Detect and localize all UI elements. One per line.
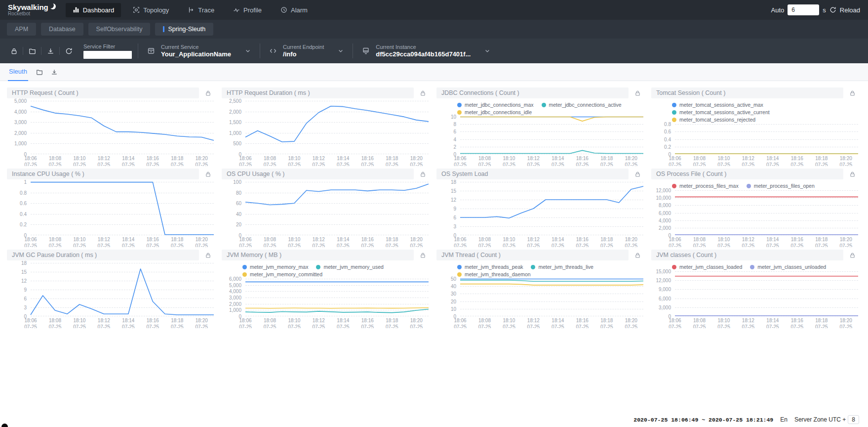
legend-item[interactable]: meter_jvm_memory_max [242, 264, 308, 270]
x-tick-label: 18:1607-25 [361, 237, 374, 247]
chart-title: Instance CPU Usage ( % ) [7, 169, 199, 179]
x-tick-label: 18:1607-25 [791, 237, 804, 247]
legend-dot [672, 110, 676, 115]
legend-item[interactable]: meter_jvm_memory_used [316, 264, 383, 270]
legend-label: meter_jvm_threads_daemon [465, 271, 531, 277]
x-tick-label: 18:0607-25 [454, 318, 467, 328]
selector-value: Your_ApplicationName [161, 50, 231, 58]
lock-icon[interactable] [199, 252, 217, 258]
legend-item[interactable]: meter_jvm_memory_committed [242, 271, 322, 277]
chart-title: HTTP Request ( Count ) [7, 87, 199, 98]
legend-item[interactable]: meter_process_files_max [672, 183, 739, 189]
y-tick-label: 0.2 [664, 144, 671, 149]
y-tick-label: 6,000 [659, 210, 671, 215]
lock-icon[interactable] [414, 252, 432, 258]
chevron-down-icon [245, 48, 251, 54]
x-tick-label: 18:2007-25 [625, 318, 637, 328]
lock-icon[interactable] [199, 90, 217, 96]
legend-item[interactable]: meter_tomcat_sessions_rejected [672, 117, 755, 123]
y-tick-label: 3,000 [659, 304, 671, 310]
corner-widget[interactable] [1, 424, 8, 427]
nav-item-trace[interactable]: Trace [181, 3, 221, 17]
language-switch[interactable]: En [780, 416, 788, 423]
plot-row: 12,00010,0008,0006,0004,0002,000018:0607… [652, 190, 858, 247]
y-tick-label: 3 [453, 224, 456, 229]
auto-unit: s [823, 6, 826, 14]
service-filter-input[interactable] [83, 51, 132, 59]
reload-icon[interactable] [829, 6, 836, 13]
legend-label: meter_jdbc_connections_max [465, 102, 534, 108]
legend-label: meter_process_files_open [754, 183, 815, 189]
folder-icon[interactable] [36, 69, 43, 76]
legend-item[interactable]: meter_jvm_threads_peak [457, 264, 523, 270]
tab-apm[interactable]: APM [7, 23, 36, 36]
x-tick-label: 18:1407-25 [122, 318, 135, 328]
plot-row: 108642018:0607-2518:0807-2518:1007-2518:… [437, 117, 643, 166]
legend-dot [750, 265, 754, 269]
tab-sleuth[interactable]: Sleuth [8, 63, 28, 81]
legend-item[interactable]: meter_jvm_threads_daemon [457, 271, 531, 277]
download-icon[interactable] [41, 47, 59, 55]
x-tick-label: 18:0807-25 [693, 156, 706, 166]
x-tick-label: 18:2007-25 [195, 318, 208, 328]
current-service-selector[interactable]: Current Service Your_ApplicationName [144, 44, 254, 58]
plot-column: 18:0607-2518:0807-2518:1007-2518:1207-25… [31, 182, 214, 247]
tab-spring-sleuth[interactable]: Spring-Sleuth [155, 23, 213, 36]
lock-icon[interactable] [199, 171, 217, 177]
x-tick-label: 18:1407-25 [122, 156, 135, 166]
legend-item[interactable]: meter_tomcat_sessions_active_max [672, 102, 763, 108]
lock-icon[interactable] [414, 90, 432, 96]
chart-card-header: OS System Load [436, 168, 646, 180]
folder-icon[interactable] [23, 47, 41, 55]
plot-row: 5040302010018:0607-2518:0807-2518:1007-2… [437, 279, 643, 328]
toolbar: Service Filter Current Service Your_Appl… [0, 39, 868, 63]
legend-item[interactable]: meter_jvm_threads_live [531, 264, 593, 270]
alarm-icon [280, 6, 287, 13]
x-tick-label: 18:1807-25 [171, 156, 184, 166]
legend-item[interactable]: meter_jdbc_connections_max [457, 102, 534, 108]
nav-item-dashboard[interactable]: Dashboard [66, 3, 121, 17]
x-tick-label: 18:1407-25 [337, 237, 350, 247]
legend-item[interactable]: meter_jdbc_connections_idle [457, 109, 532, 115]
nav-item-topology[interactable]: Topology [126, 3, 176, 17]
y-tick-label: 100 [233, 179, 241, 185]
refresh-icon[interactable] [60, 47, 78, 55]
series-line [31, 269, 214, 315]
plot-column: 18:0607-2518:0807-2518:1007-2518:1207-25… [675, 124, 858, 166]
lock-icon[interactable] [843, 171, 861, 177]
legend-item[interactable]: meter_tomcat_sessions_active_current [672, 109, 770, 115]
chart-card-header: JVM Memory ( MB ) [222, 249, 432, 261]
y-tick-label: 0.8 [664, 122, 671, 127]
nav-item-profile[interactable]: Profile [226, 3, 269, 17]
tab-database[interactable]: Database [41, 23, 83, 36]
legend-item[interactable]: meter_jvm_classes_loaded [672, 264, 742, 270]
tab-selfobservability[interactable]: SelfObservability [88, 23, 151, 36]
legend-label: meter_jvm_memory_max [250, 264, 308, 270]
lock-icon[interactable] [843, 90, 861, 96]
current-endpoint-selector[interactable]: Current Endpoint /info [266, 44, 347, 58]
chart-card: HTTP Request ( Count )5,0004,0003,0002,0… [7, 87, 217, 166]
lock-icon[interactable] [5, 47, 23, 55]
y-tick-label: 1 [24, 179, 27, 185]
legend-label: meter_jvm_classes_loaded [679, 264, 742, 270]
legend-item[interactable]: meter_jdbc_connections_active [542, 102, 622, 108]
plot-column: 18:0607-2518:0807-2518:1007-2518:1207-25… [460, 182, 643, 247]
chart-canvas [31, 263, 214, 316]
current-instance-selector[interactable]: Current Instance df5cc29cca094af4b165d74… [359, 44, 493, 58]
lock-icon[interactable] [629, 252, 646, 258]
lock-icon[interactable] [843, 252, 861, 258]
auto-interval-input[interactable] [788, 4, 819, 15]
y-axis: 10.80.60.40.20 [8, 182, 31, 235]
chart-body: meter_process_files_maxmeter_process_fil… [651, 180, 861, 247]
download-icon[interactable] [51, 69, 58, 76]
legend-item[interactable]: meter_process_files_open [747, 183, 815, 189]
nav-item-alarm[interactable]: Alarm [274, 3, 315, 17]
chart-body: 181512963018:0607-2518:0807-2518:1007-25… [7, 261, 217, 328]
lock-icon[interactable] [629, 90, 646, 96]
x-tick-label: 18:0607-25 [669, 318, 681, 328]
lock-icon[interactable] [414, 171, 432, 177]
reload-button[interactable]: Reload [840, 6, 860, 14]
server-zone-value[interactable]: 8 [848, 415, 859, 424]
lock-icon[interactable] [629, 171, 646, 177]
legend-item[interactable]: meter_jvm_classes_unloaded [750, 264, 826, 270]
